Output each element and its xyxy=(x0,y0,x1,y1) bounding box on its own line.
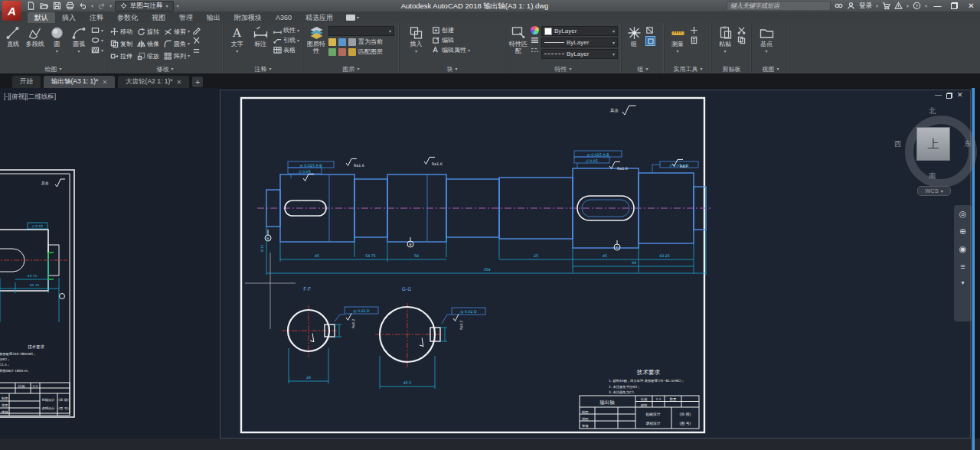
viewcube-south[interactable]: 南 xyxy=(929,171,936,181)
move-button[interactable]: 移动 xyxy=(110,28,132,36)
ungroup-icon[interactable] xyxy=(645,26,654,34)
rectangle-tool-icon[interactable]: ▾ xyxy=(91,26,103,34)
panel-label-groups[interactable]: 组▾ xyxy=(622,64,664,73)
layer-off-icon[interactable] xyxy=(338,48,346,56)
viewport-controls[interactable]: [-][俯视][二维线框] xyxy=(4,93,56,102)
panel-label-annotate[interactable]: 注释▾ xyxy=(224,64,302,73)
help-dropdown-icon[interactable]: ▾ xyxy=(925,4,927,8)
match-layer-button[interactable]: 匹配图层 xyxy=(358,47,383,56)
close-button[interactable]: ✕ xyxy=(965,1,978,11)
viewcube-west[interactable]: 西 xyxy=(894,139,902,149)
wcs-menu[interactable]: WCS▾ xyxy=(917,186,951,196)
new-tab-button[interactable]: + xyxy=(192,77,203,87)
minimize-button[interactable]: — xyxy=(931,1,944,11)
workspace-switcher[interactable]: 草图与注释 ▾ xyxy=(115,1,174,11)
quick-calc-icon[interactable] xyxy=(690,36,698,44)
new-file-icon[interactable] xyxy=(26,2,36,11)
navigation-bar[interactable]: ◎ ⊕ ◉ ≡ ▾ xyxy=(954,205,972,321)
cut-icon[interactable] xyxy=(737,26,746,34)
hatch-tool-icon[interactable]: ▾ xyxy=(91,46,103,54)
panel-label-utilities[interactable]: 实用工具▾ xyxy=(665,64,711,73)
array-button[interactable]: 阵列▾ xyxy=(164,52,190,60)
save-icon[interactable] xyxy=(52,2,62,11)
navbar-more-icon[interactable]: ▾ xyxy=(961,280,964,286)
layer-on-icon[interactable] xyxy=(328,48,336,56)
layer-properties-button[interactable]: 图层特性 xyxy=(306,24,326,64)
restore-button[interactable] xyxy=(948,1,961,11)
autocad-logo-icon[interactable]: A xyxy=(2,1,21,21)
steering-wheel-icon[interactable]: ◎ xyxy=(959,210,967,218)
edit-attributes-button[interactable]: 编辑属性▾ xyxy=(432,46,470,54)
scale-button[interactable]: 缩放 xyxy=(137,52,159,60)
layer-lock-icon[interactable] xyxy=(348,38,356,46)
set-current-layer-button[interactable]: 置为当前 xyxy=(358,38,383,46)
polyline-button[interactable]: 多段线 xyxy=(25,24,45,64)
panel-label-view[interactable]: 视图▾ xyxy=(752,64,789,73)
ribbon-display-toggle[interactable]: ▾ xyxy=(346,12,359,23)
panel-label-properties[interactable]: 特性▾ xyxy=(505,64,621,73)
panel-label-block[interactable]: 块▾ xyxy=(400,64,505,73)
lineweight-dropdown[interactable]: ByLayer▾ xyxy=(541,38,618,47)
insert-block-button[interactable]: 插入▾ xyxy=(403,24,430,64)
redo-icon[interactable] xyxy=(96,2,106,11)
redo-dropdown-icon[interactable]: ▾ xyxy=(109,4,112,8)
tab-view[interactable]: 视图 xyxy=(145,12,172,23)
rotate-button[interactable]: 旋转 xyxy=(137,28,159,36)
text-button[interactable]: A文字▾ xyxy=(227,24,247,64)
base-view-button[interactable]: 基点▾ xyxy=(755,24,778,64)
circle-button[interactable]: 圆▾ xyxy=(47,24,67,64)
stretch-button[interactable]: 拉伸 xyxy=(110,52,132,60)
measure-button[interactable]: 测量▾ xyxy=(668,24,688,64)
tab-manage[interactable]: 管理 xyxy=(172,12,200,23)
arc-button[interactable]: 圆弧▾ xyxy=(69,24,89,64)
lineweight-icon[interactable] xyxy=(531,36,539,44)
color-wheel-icon[interactable] xyxy=(531,26,539,34)
group-edit-icon[interactable] xyxy=(645,36,655,46)
tab-addins[interactable]: 附加模块 xyxy=(227,12,269,23)
linetype-icon[interactable] xyxy=(531,46,539,54)
mirror-button[interactable]: 镜像 xyxy=(137,40,159,48)
alert-dropdown-icon[interactable]: ▾ xyxy=(906,4,909,8)
linetype-dropdown[interactable]: ByLayer▾ xyxy=(541,49,618,59)
search-input[interactable] xyxy=(727,1,831,11)
erase-tool-icon[interactable] xyxy=(192,26,201,34)
layer-dropdown[interactable]: ▾ xyxy=(328,26,394,36)
tab-featured-apps[interactable]: 精选应用 xyxy=(299,12,340,23)
leader-button[interactable]: 引线▾ xyxy=(273,36,299,44)
linear-dim-button[interactable]: 线性▾ xyxy=(273,26,299,34)
tab-annotate[interactable]: 注释 xyxy=(83,12,110,23)
line-button[interactable]: 直线 xyxy=(3,24,23,64)
ellipse-tool-icon[interactable]: ▾ xyxy=(91,36,103,44)
close-tab-icon[interactable]: ✕ xyxy=(177,79,182,86)
close-tab-icon[interactable]: ✕ xyxy=(102,79,107,86)
file-tab-start[interactable]: 开始 xyxy=(12,76,41,88)
explode-tool-icon[interactable] xyxy=(192,36,201,44)
undo-dropdown-icon[interactable]: ▾ xyxy=(91,4,93,8)
doc-close-icon[interactable]: ✕ xyxy=(957,92,963,99)
plot-icon[interactable] xyxy=(65,2,75,11)
tab-default[interactable]: 默认 xyxy=(28,12,55,23)
file-tab-output-shaft[interactable]: 输出轴(A3 1: 1)*✕ xyxy=(44,76,115,88)
signin-label[interactable]: 登录 xyxy=(859,2,872,11)
layer-isolate-icon[interactable] xyxy=(348,48,356,56)
panel-label-draw[interactable]: 绘图▾ xyxy=(0,64,106,73)
match-properties-button[interactable]: 特性匹配 xyxy=(508,24,528,64)
qat-overflow-icon[interactable]: ▾ xyxy=(177,4,179,8)
dimension-button[interactable]: 标注 xyxy=(250,24,270,64)
tab-a360[interactable]: A360 xyxy=(269,12,299,23)
fillet-button[interactable]: 圆角▾ xyxy=(164,40,190,48)
viewcube-east[interactable]: 东 xyxy=(964,139,972,149)
paste-button[interactable]: 粘贴▾ xyxy=(715,24,735,64)
model-space-canvas[interactable]: 其余 // 0.03 43.75 45.75 技术要求 1. 调质处 xyxy=(0,88,980,450)
signin-dropdown-icon[interactable]: ▾ xyxy=(876,4,878,8)
pan-icon[interactable]: ⊕ xyxy=(959,227,966,236)
layer-freeze-icon[interactable] xyxy=(338,38,346,46)
zoom-icon[interactable]: ◉ xyxy=(959,245,967,253)
open-file-icon[interactable] xyxy=(39,2,49,11)
group-button[interactable]: 组 xyxy=(625,24,643,64)
panel-label-clipboard[interactable]: 剪贴板 xyxy=(712,64,751,73)
orbit-icon[interactable]: ≡ xyxy=(960,262,965,271)
tab-output[interactable]: 输出 xyxy=(200,12,227,23)
table-button[interactable]: 表格 xyxy=(273,46,299,54)
tab-insert[interactable]: 插入 xyxy=(55,12,83,23)
